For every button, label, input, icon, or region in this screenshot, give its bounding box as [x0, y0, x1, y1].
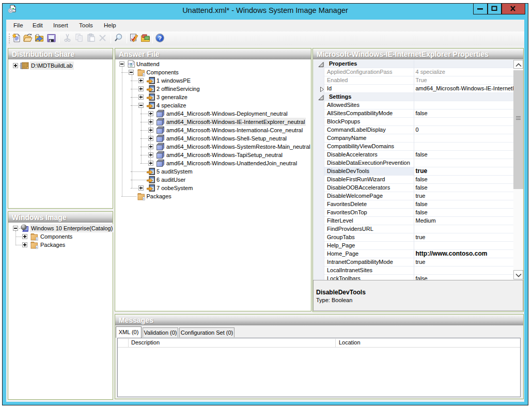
svg-text:?: ?: [158, 35, 162, 41]
